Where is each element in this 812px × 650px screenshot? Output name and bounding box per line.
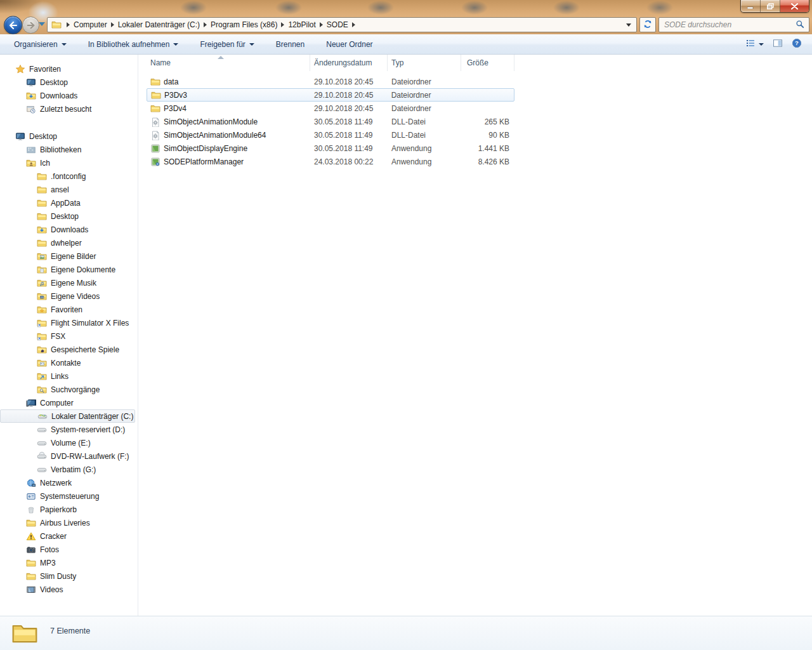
file-date: 30.05.2018 11:49 [310,131,388,140]
breadcrumb-item-sode[interactable]: SODE [327,20,348,29]
sidebar-item-dwhelper[interactable]: dwhelper [0,236,138,249]
sidebar-item-zuletzt-besucht[interactable]: Zuletzt besucht [0,102,138,116]
sidebar-item-netzwerk[interactable]: Netzwerk [0,476,138,489]
sidebar-item-eigene-musik[interactable]: Eigene Musik [0,276,138,289]
sidebar-item-dvd-rw-laufwerk-f[interactable]: DVD-RW-Laufwerk (F:) [0,449,138,463]
sidebar-item-cracker[interactable]: Cracker [0,529,138,543]
folder-large-icon [11,620,38,649]
sidebar-item-papierkorb[interactable]: Papierkorb [0,503,138,516]
preview-pane-button[interactable] [773,38,783,50]
sidebar-item-label: DVD-RW-Laufwerk (F:) [51,452,129,461]
sidebar-item-lokaler-datentr-ger-c[interactable]: Lokaler Datenträger (C:) [0,409,135,423]
sidebar-item-label: Downloads [40,91,77,100]
minimize-icon [747,3,754,9]
sidebar-item-fontconfig[interactable]: .fontconfig [0,169,138,183]
sidebar-item-suchvorg-nge[interactable]: Suchvorgänge [0,383,138,396]
neuer-ordner-button[interactable]: Neuer Ordner [320,37,379,52]
forward-arrow-icon [27,22,35,29]
search-box [658,17,809,32]
back-button[interactable] [4,16,22,34]
sidebar-item-eigene-videos[interactable]: Eigene Videos [0,289,138,303]
sidebar-item-favoriten[interactable]: Favoriten [0,62,138,76]
camera-icon [26,545,36,555]
sidebar-item-gespeicherte-spiele[interactable]: Gespeicherte Spiele [0,343,138,356]
brennen-button[interactable]: Brennen [270,37,311,52]
navigation-pane: Favoriten Desktop Downloads Zuletzt besu… [0,55,138,616]
organisieren-button[interactable]: Organisieren [8,37,73,52]
file-list-pane: NameÄnderungsdatumTypGröße data29.10.201… [138,55,812,616]
file-row-data[interactable]: data29.10.2018 20:45Dateiordner [147,75,514,88]
column-header-nderungsdatum[interactable]: Änderungsdatum [310,55,388,71]
sidebar-item-eigene-dokumente[interactable]: Eigene Dokumente [0,263,138,276]
refresh-button[interactable] [639,17,656,32]
close-button[interactable] [780,0,809,12]
file-row-p3dv4[interactable]: P3Dv429.10.2018 20:45Dateiordner [147,102,514,115]
breadcrumb-separator-icon [320,22,323,27]
folder-icon [26,518,36,528]
sidebar-item-mp3[interactable]: MP3 [0,556,138,569]
sidebar-item-desktop[interactable]: Desktop [0,76,138,89]
restore-icon [767,3,774,10]
column-header-name[interactable]: Name [147,55,310,71]
views-button[interactable] [745,38,764,50]
sidebar-item-kontakte[interactable]: Kontakte [0,356,138,369]
sidebar-item-favoriten[interactable]: Favoriten [0,303,138,316]
file-row-sodeplatformmanager[interactable]: SODEPlatformManager24.03.2018 00:22Anwen… [147,155,514,168]
sidebar-item-desktop[interactable]: Desktop [0,129,138,143]
file-row-p3dv3[interactable]: P3Dv329.10.2018 20:45Dateiordner [147,88,514,102]
sidebar-item-flight-simulator-x-files[interactable]: Flight Simulator X Files [0,316,138,329]
sidebar-item-label: Cracker [40,532,67,541]
sidebar-item-fsx[interactable]: FSX [0,329,138,343]
sidebar-item-links[interactable]: Links [0,369,138,383]
sidebar-item-volume-e[interactable]: Volume (E:) [0,436,138,449]
monitor-icon [26,77,36,88]
sidebar-item-downloads[interactable]: Downloads [0,89,138,102]
sidebar-item-computer[interactable]: Computer [0,396,138,409]
explorer-content: Favoriten Desktop Downloads Zuletzt besu… [0,55,812,616]
sidebar-item-verbatim-g[interactable]: Verbatim (G:) [0,463,138,476]
address-bar[interactable]: ComputerLokaler Datenträger (C:)Program … [47,17,637,32]
sidebar-item-appdata[interactable]: AppData [0,196,138,209]
file-date: 30.05.2018 11:49 [310,117,388,126]
sidebar-item-videos[interactable]: Videos [0,583,138,596]
drive-icon [37,465,47,475]
freigeben-f-r-button[interactable]: Freigeben für [193,37,260,52]
breadcrumb: ComputerLokaler Datenträger (C:)Program … [63,20,359,29]
sidebar-item-desktop[interactable]: Desktop [0,209,138,223]
sidebar-item-eigene-bilder[interactable]: Eigene Bilder [0,249,138,263]
file-row-simobjectanimationmodule64[interactable]: SimObjectAnimationModule6430.05.2018 11:… [147,128,514,142]
restore-button[interactable] [761,0,780,12]
sidebar-item-slim-dusty[interactable]: Slim Dusty [0,569,138,583]
recycle-bin-icon [26,505,36,515]
sidebar-item-ich[interactable]: Ich [0,156,138,169]
sidebar-item-system-reserviert-d[interactable]: System-reserviert (D:) [0,423,138,436]
address-dropdown-icon[interactable] [626,23,631,27]
breadcrumb-item-program-files-x86[interactable]: Program Files (x86) [211,20,277,29]
sidebar-item-airbus-liveries[interactable]: Airbus Liveries [0,516,138,529]
sidebar-item-label: Fotos [40,545,59,554]
recent-pages-chevron-icon[interactable] [39,22,45,26]
file-name: P3Dv4 [164,104,187,113]
in-bibliothek-aufnehmen-button[interactable]: In Bibliothek aufnehmen [82,37,185,52]
file-name: SODEPlatformManager [164,157,244,166]
sidebar-item-systemsteuerung[interactable]: Systemsteuerung [0,489,138,503]
sidebar-item-ansel[interactable]: ansel [0,183,138,196]
sidebar-item-downloads[interactable]: Downloads [0,223,138,236]
column-header-typ[interactable]: Typ [388,55,461,71]
column-header-gr-e[interactable]: Größe [461,55,514,71]
breadcrumb-item-computer[interactable]: Computer [74,20,107,29]
sidebar-item-fotos[interactable]: Fotos [0,543,138,556]
forward-button[interactable] [22,17,39,34]
breadcrumb-item-12bpilot[interactable]: 12bPilot [288,20,315,29]
search-input[interactable] [659,20,795,29]
minimize-button[interactable] [741,0,761,12]
breadcrumb-item-lokaler-datentr-ger-c[interactable]: Lokaler Datenträger (C:) [118,20,200,29]
folder-download-icon [37,225,47,235]
file-row-simobjectdisplayengine[interactable]: SimObjectDisplayEngine30.05.2018 11:49An… [147,142,514,155]
help-button[interactable]: ? [792,38,802,50]
monitor-icon [15,131,25,142]
folder-download-icon [26,91,36,101]
sidebar-item-bibliotheken[interactable]: Bibliotheken [0,143,138,156]
file-row-simobjectanimationmodule[interactable]: SimObjectAnimationModule30.05.2018 11:49… [147,115,514,128]
sort-ascending-icon [218,56,224,59]
